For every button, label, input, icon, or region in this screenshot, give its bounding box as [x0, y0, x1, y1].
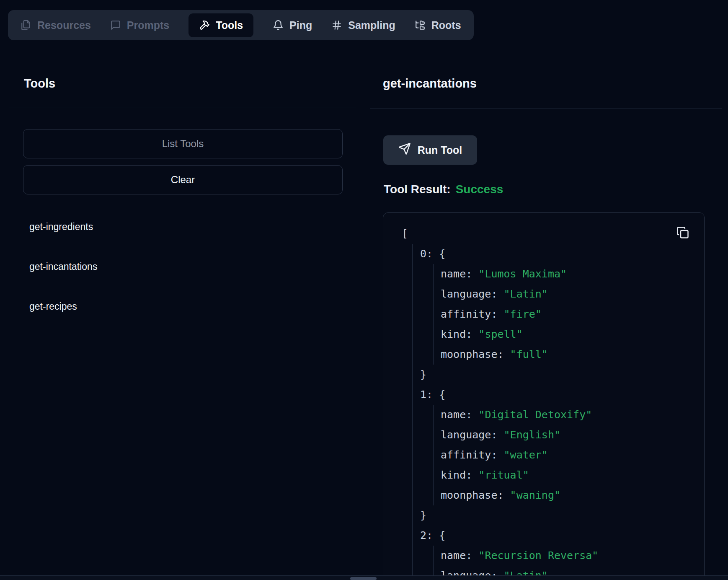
list-tools-button[interactable]: List Tools — [23, 129, 343, 158]
tool-list-item-get-recipes[interactable]: get-recipes — [29, 294, 323, 319]
json-value: "Digital Detoxify" — [478, 409, 592, 421]
json-row: 0: { — [420, 244, 704, 264]
tab-label: Prompts — [127, 19, 169, 31]
json-row: 2: { — [420, 526, 704, 546]
message-square-icon — [110, 20, 121, 31]
json-row: language: "Latin" — [441, 284, 704, 304]
folder-tree-icon — [415, 20, 426, 31]
json-value: "fire" — [504, 308, 542, 320]
json-array-level: 0: {name: "Lumos Maxima"language: "Latin… — [412, 244, 704, 580]
json-index: 2: — [420, 529, 433, 541]
json-key: name: — [441, 409, 472, 421]
tab-tools[interactable]: Tools — [188, 13, 253, 37]
selected-tool-title: get-incantations — [383, 77, 477, 91]
tool-panel-divider — [370, 109, 722, 109]
json-row: [ — [402, 224, 704, 244]
json-index: 0: — [420, 248, 433, 260]
json-value: "water" — [504, 449, 548, 461]
json-key: language: — [441, 288, 497, 300]
hammer-icon — [199, 20, 210, 31]
tab-label: Sampling — [348, 19, 395, 31]
clear-button-label: Clear — [171, 174, 195, 186]
json-value: "ritual" — [478, 469, 529, 481]
tab-label: Tools — [216, 19, 243, 31]
tool-result-label: Tool Result: — [384, 183, 451, 196]
json-row: language: "English" — [441, 425, 704, 445]
json-index: 1: — [420, 388, 433, 401]
horizontal-scrollbar-track[interactable] — [0, 575, 728, 580]
json-value: "Recursion Reversa" — [478, 549, 598, 562]
tab-label: Resources — [37, 19, 91, 31]
json-row: kind: "ritual" — [441, 465, 704, 485]
json-row: } — [420, 365, 704, 385]
json-open-brace: { — [439, 529, 445, 541]
json-row: moonphase: "waning" — [441, 485, 704, 505]
hash-icon — [331, 20, 342, 31]
tool-list-item-get-ingredients[interactable]: get-ingredients — [29, 214, 323, 239]
json-row: name: "Lumos Maxima" — [441, 264, 704, 284]
json-key: name: — [441, 549, 472, 562]
json-key: moonphase: — [441, 489, 504, 501]
json-object-level: name: "Recursion Reversa"language: "Lati… — [433, 546, 704, 580]
json-key: affinity: — [441, 449, 497, 461]
run-tool-button[interactable]: Run Tool — [383, 135, 477, 165]
tool-result-status: Success — [456, 183, 503, 196]
json-key: language: — [441, 429, 497, 441]
json-value: "waning" — [510, 489, 560, 501]
clear-button[interactable]: Clear — [23, 165, 343, 194]
json-row: affinity: "water" — [441, 445, 704, 465]
tab-resources[interactable]: Resources — [21, 19, 91, 31]
json-value: "Lumos Maxima" — [478, 268, 567, 280]
json-object-level: name: "Lumos Maxima"language: "Latin"aff… — [433, 264, 704, 365]
json-row: name: "Recursion Reversa" — [441, 546, 704, 566]
json-value: "Latin" — [504, 288, 548, 300]
bell-icon — [273, 20, 284, 31]
list-tools-button-label: List Tools — [162, 138, 204, 150]
json-row: name: "Digital Detoxify" — [441, 405, 704, 425]
json-value: "English" — [504, 429, 560, 441]
json-open-brace: { — [439, 248, 445, 260]
json-close-brace: } — [420, 509, 426, 521]
tools-panel-divider — [9, 108, 356, 108]
json-close-brace: } — [420, 368, 426, 381]
json-tree: [0: {name: "Lumos Maxima"language: "Lati… — [383, 213, 704, 580]
json-value: "spell" — [478, 328, 522, 340]
json-row: affinity: "fire" — [441, 304, 704, 324]
tools-panel-title: Tools — [24, 77, 55, 91]
json-row: 1: { — [420, 385, 704, 405]
json-open-brace: { — [439, 388, 445, 401]
tool-list-item-get-incantations[interactable]: get-incantations — [29, 254, 323, 279]
json-row: moonphase: "full" — [441, 344, 704, 365]
json-key: moonphase: — [441, 348, 504, 360]
tool-list: get-ingredientsget-incantationsget-recip… — [29, 214, 323, 334]
json-object-level: name: "Digital Detoxify"language: "Engli… — [433, 405, 704, 505]
tab-roots[interactable]: Roots — [415, 19, 461, 31]
json-open-bracket: [ — [402, 228, 408, 240]
json-key: kind: — [441, 328, 472, 340]
json-key: kind: — [441, 469, 472, 481]
tab-label: Ping — [289, 19, 312, 31]
files-icon — [21, 20, 31, 31]
json-value: "full" — [510, 348, 548, 360]
tool-result-json-box: [0: {name: "Lumos Maxima"language: "Lati… — [383, 212, 705, 580]
tab-label: Roots — [431, 19, 461, 31]
send-icon — [398, 142, 411, 158]
json-key: affinity: — [441, 308, 497, 320]
horizontal-scrollbar-thumb[interactable] — [350, 577, 377, 580]
run-tool-button-label: Run Tool — [418, 144, 462, 156]
json-row: } — [420, 505, 704, 526]
tab-ping[interactable]: Ping — [273, 19, 312, 31]
tab-bar: ResourcesPromptsToolsPingSamplingRoots — [8, 10, 474, 40]
tool-result-line: Tool Result: Success — [384, 183, 503, 196]
json-row: kind: "spell" — [441, 324, 704, 344]
tab-prompts[interactable]: Prompts — [110, 19, 169, 31]
json-key: name: — [441, 268, 472, 280]
tab-sampling[interactable]: Sampling — [331, 19, 395, 31]
